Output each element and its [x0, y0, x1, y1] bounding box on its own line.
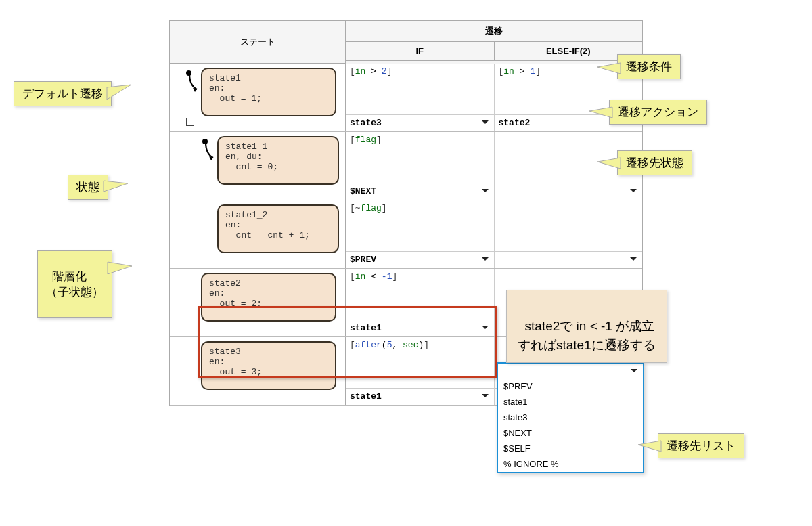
if-condition[interactable]: [in > 2] — [346, 64, 495, 114]
header-transition: 遷移 — [346, 21, 642, 42]
destination-dropdown[interactable]: $PREV state1 state3 $NEXT $SELF % IGNORE… — [497, 362, 644, 473]
if-destination[interactable]: state1 — [346, 389, 495, 405]
callout-condition: 遷移条件 — [617, 54, 681, 79]
collapse-icon[interactable]: - — [186, 118, 194, 126]
callout-dest-state: 遷移先状態 — [617, 150, 692, 175]
state-entry: en: — [209, 288, 225, 299]
chevron-down-icon — [482, 120, 489, 124]
header-row: ステート 遷移 IF ELSE-IF(2) — [170, 21, 642, 64]
state-entry: en, du: — [225, 152, 263, 162]
header-state: ステート — [170, 21, 346, 64]
chevron-down-icon — [482, 394, 489, 397]
state-name: state1 — [209, 73, 241, 83]
header-if: IF — [346, 42, 495, 61]
if-condition[interactable]: [after(5, sec)] — [346, 337, 495, 388]
if-destination[interactable]: $NEXT — [346, 183, 495, 200]
state-code: out = 3; — [209, 367, 262, 377]
state-box[interactable]: state1_1 en, du: cnt = 0; — [217, 136, 339, 185]
elseif-condition[interactable] — [495, 200, 643, 251]
state-entry: en: — [225, 220, 241, 230]
chevron-down-icon — [482, 257, 489, 261]
dropdown-option[interactable]: $SELF — [498, 441, 643, 456]
callout-action: 遷移アクション — [609, 100, 707, 125]
if-destination[interactable]: state3 — [346, 115, 495, 131]
elseif-destination[interactable] — [495, 183, 643, 200]
dropdown-option[interactable]: state3 — [498, 410, 643, 425]
state-code: out = 1; — [209, 93, 262, 104]
default-transition-icon — [187, 72, 200, 92]
state-name: state1_1 — [225, 141, 267, 152]
dropdown-option[interactable]: $NEXT — [498, 425, 643, 441]
chevron-down-icon — [482, 189, 489, 192]
dropdown-option[interactable]: state1 — [498, 394, 643, 410]
state-name: state2 — [209, 278, 241, 288]
state-name: state1_2 — [225, 210, 267, 220]
callout-dest-list: 遷移先リスト — [658, 433, 744, 458]
state-box[interactable]: state1_2 en: cnt = cnt + 1; — [217, 204, 339, 253]
state-box[interactable]: state3 en: out = 3; — [201, 341, 336, 390]
default-transition-icon — [204, 140, 216, 160]
state-code: out = 2; — [209, 299, 262, 309]
table-row: state1_2 en: cnt = cnt + 1; [~flag] $PRE… — [170, 200, 642, 269]
state-name: state3 — [209, 347, 241, 357]
callout-default-transition: デフォルト遷移 — [14, 81, 112, 106]
chevron-down-icon — [482, 326, 489, 329]
callout-example: state2で in < -1 が成立 すればstate1に遷移する — [506, 290, 667, 363]
chevron-down-icon — [630, 257, 637, 261]
table-row: state1_1 en, du: cnt = 0; [flag] $NEXT — [170, 132, 642, 200]
table-row: - state1 en: out = 1; [in > 2] [in > 1] … — [170, 64, 642, 132]
chevron-down-icon — [631, 369, 637, 372]
state-box[interactable]: state2 en: out = 2; — [201, 273, 336, 322]
callout-state: 状態 — [68, 175, 108, 200]
if-condition[interactable]: [~flag] — [346, 200, 495, 251]
dropdown-option[interactable]: $PREV — [498, 378, 643, 394]
state-code: cnt = 0; — [225, 162, 278, 172]
state-entry: en: — [209, 357, 225, 367]
if-destination[interactable]: state1 — [346, 320, 495, 336]
state-code: cnt = cnt + 1; — [225, 230, 310, 240]
if-condition[interactable]: [in < -1] — [346, 269, 495, 320]
elseif-destination[interactable] — [495, 252, 643, 268]
state-entry: en: — [209, 83, 225, 93]
if-destination[interactable]: $PREV — [346, 252, 495, 268]
chevron-down-icon — [630, 189, 637, 192]
if-condition[interactable]: [flag] — [346, 132, 495, 183]
state-box[interactable]: state1 en: out = 1; — [201, 68, 336, 116]
callout-hierarchy: 階層化 （子状態） — [37, 250, 112, 318]
dropdown-option[interactable]: % IGNORE % — [498, 456, 643, 472]
